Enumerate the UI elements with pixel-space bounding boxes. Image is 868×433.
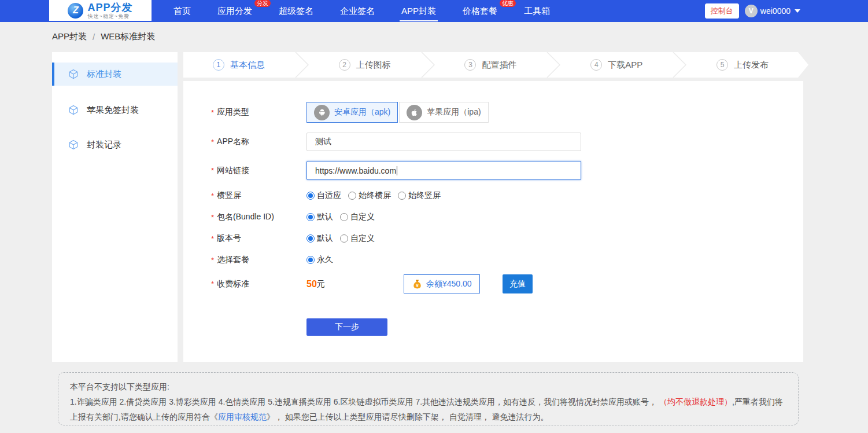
- version-label: 版本号: [217, 233, 241, 244]
- console-button[interactable]: 控制台: [705, 3, 739, 19]
- form-row-bundle-id: * 包名(Bundle ID) 默认 自定义: [211, 211, 803, 223]
- radio-version-custom[interactable]: 自定义: [340, 233, 375, 244]
- form-row-app-name: * APP名称 测试: [211, 133, 803, 151]
- distribution-badge: 分发: [254, 0, 271, 7]
- money-bag-icon: ¥: [412, 278, 423, 289]
- cube-icon: [68, 105, 79, 115]
- required-asterisk-icon: *: [211, 234, 214, 243]
- packaging-form-card: * 应用类型 安卓应用（apk) 苹果应用（ipa) * APP名称 测试: [183, 81, 803, 362]
- user-avatar: V: [745, 5, 758, 17]
- radio-always-landscape[interactable]: 始终横屏: [348, 190, 391, 201]
- logo-globe-icon: Z: [68, 3, 83, 19]
- sidebar-item-standard-packaging[interactable]: 标准封装: [52, 63, 178, 86]
- radio-label: 默认: [317, 233, 333, 244]
- app-name-label: APP名称: [217, 137, 249, 147]
- site-url-label: 网站链接: [217, 166, 249, 176]
- step-number: 5: [716, 59, 728, 71]
- nav-item-pricing-label: 价格套餐: [463, 6, 497, 16]
- ios-app-type-button[interactable]: 苹果应用（ipa): [399, 102, 488, 123]
- chevron-right-icon: [294, 52, 309, 78]
- app-name-input[interactable]: 测试: [306, 133, 581, 151]
- nav-item-app-distribution[interactable]: 应用分发 分发: [217, 6, 252, 17]
- site-url-input[interactable]: https://www.baidu.com: [306, 161, 581, 180]
- wizard-stepper: 1 基本信息 2 上传图标 3 配置插件 4 下载APP 5 上传发布: [183, 52, 798, 78]
- discount-badge: 优惠: [500, 0, 516, 7]
- ios-app-type-label: 苹果应用（ipa): [427, 107, 481, 118]
- bundle-id-radio-group: 默认 自定义: [306, 211, 375, 223]
- radio-unchecked-icon: [348, 192, 356, 200]
- radio-checked-icon: [306, 213, 315, 221]
- nav-item-app-distribution-label: 应用分发: [217, 6, 252, 16]
- step-number: 1: [213, 59, 224, 71]
- radio-checked-icon: [306, 234, 315, 243]
- price-unit: 元: [317, 279, 325, 289]
- step-label: 下载APP: [608, 60, 642, 71]
- policy-notice-box: 本平台不支持以下类型应用: 1.诈骗类应用 2.借贷类应用 3.博彩类应用 4.…: [58, 372, 799, 425]
- radio-always-portrait[interactable]: 始终竖屏: [398, 190, 441, 201]
- radio-unchecked-icon: [340, 213, 348, 221]
- app-type-label: 应用类型: [217, 107, 249, 118]
- breadcrumb-section[interactable]: APP封装: [52, 31, 87, 42]
- nav-item-super-sign[interactable]: 超级签名: [279, 6, 313, 17]
- navbar-right-cluster: 控制台 V wei0000: [705, 0, 800, 22]
- policy-text: 》， 如果您已上传以上类型应用请尽快删除下架， 自觉清理， 避免违法行为。: [267, 412, 549, 421]
- required-asterisk-icon: *: [211, 108, 214, 117]
- form-row-orientation: * 横竖屏 自适应 始终横屏 始终竖屏: [211, 190, 803, 201]
- form-row-app-type: * 应用类型 安卓应用（apk) 苹果应用（ipa): [211, 102, 803, 123]
- next-step-button[interactable]: 下一步: [306, 318, 387, 336]
- nav-item-home[interactable]: 首页: [173, 6, 191, 17]
- form-row-site-url: * 网站链接 https://www.baidu.com: [211, 161, 803, 180]
- policy-notice-title: 本平台不支持以下类型应用:: [70, 379, 786, 394]
- user-menu[interactable]: V wei0000: [745, 5, 800, 17]
- nav-item-pricing[interactable]: 价格套餐 优惠: [463, 6, 497, 17]
- orientation-radio-group: 自适应 始终横屏 始终竖屏: [306, 190, 441, 201]
- required-asterisk-icon: *: [211, 166, 214, 175]
- sidebar-item-apple-signfree-packaging[interactable]: 苹果免签封装: [52, 98, 178, 122]
- radio-version-default[interactable]: 默认: [306, 233, 333, 244]
- field-label: * 应用类型: [211, 107, 306, 118]
- logo-tagline: 快速~稳定~免费: [87, 14, 132, 19]
- breadcrumb-separator: /: [93, 32, 95, 42]
- sidebar-item-packaging-records[interactable]: 封装记录: [52, 133, 178, 156]
- main-nav: 首页 应用分发 分发 超级签名 企业签名 APP封装 价格套餐 优惠 工具箱: [173, 0, 550, 22]
- step-label: 基本信息: [230, 60, 265, 71]
- nav-item-enterprise-sign[interactable]: 企业签名: [340, 6, 375, 17]
- svg-text:¥: ¥: [416, 283, 419, 288]
- radio-bundle-custom[interactable]: 自定义: [340, 212, 375, 222]
- app-logo[interactable]: Z APP分发 快速~稳定~免费: [49, 0, 152, 21]
- radio-bundle-default[interactable]: 默认: [306, 212, 333, 222]
- step-basic-info: 1 基本信息: [183, 59, 294, 71]
- field-label: * 版本号: [211, 233, 306, 244]
- plan-radio-group: 永久: [306, 254, 333, 266]
- chevron-right-icon: [420, 52, 435, 78]
- radio-plan-permanent[interactable]: 永久: [306, 255, 333, 265]
- required-asterisk-icon: *: [211, 138, 214, 146]
- chevron-down-icon: [795, 9, 800, 13]
- radio-label: 永久: [317, 255, 333, 265]
- step-label: 上传图标: [356, 60, 391, 71]
- radio-adaptive[interactable]: 自适应: [306, 190, 341, 201]
- recharge-button[interactable]: 充值: [503, 274, 533, 293]
- user-name: wei0000: [760, 6, 791, 16]
- nav-item-toolbox[interactable]: 工具箱: [524, 6, 550, 17]
- nav-item-app-packaging[interactable]: APP封装: [401, 6, 436, 17]
- required-asterisk-icon: *: [211, 213, 214, 222]
- balance-button[interactable]: ¥ 余额¥450.00: [404, 274, 480, 293]
- policy-text: 1.诈骗类应用 2.借贷类应用 3.博彩类应用 4.色情类应用 5.违规直播类应…: [70, 397, 659, 406]
- orientation-label: 横竖屏: [217, 190, 241, 201]
- radio-label: 始终横屏: [359, 190, 391, 201]
- balance-label: 余额¥450.00: [426, 279, 472, 289]
- review-standards-link[interactable]: 应用审核规范: [218, 412, 267, 421]
- cube-icon: [68, 140, 79, 150]
- sidebar: 标准封装 苹果免签封装 封装记录: [52, 52, 178, 362]
- radio-label: 始终竖屏: [408, 190, 441, 201]
- cube-icon: [68, 69, 79, 79]
- step-label: 上传发布: [734, 60, 769, 71]
- step-upload-publish: 5 上传发布: [687, 59, 798, 71]
- version-radio-group: 默认 自定义: [306, 233, 375, 244]
- step-number: 2: [339, 59, 350, 71]
- android-app-type-button[interactable]: 安卓应用（apk): [306, 102, 398, 123]
- form-row-price: * 收费标准 50 元 ¥ 余额¥450.00 充值: [211, 274, 803, 293]
- radio-unchecked-icon: [340, 234, 348, 243]
- bundle-id-label: 包名(Bundle ID): [217, 212, 274, 222]
